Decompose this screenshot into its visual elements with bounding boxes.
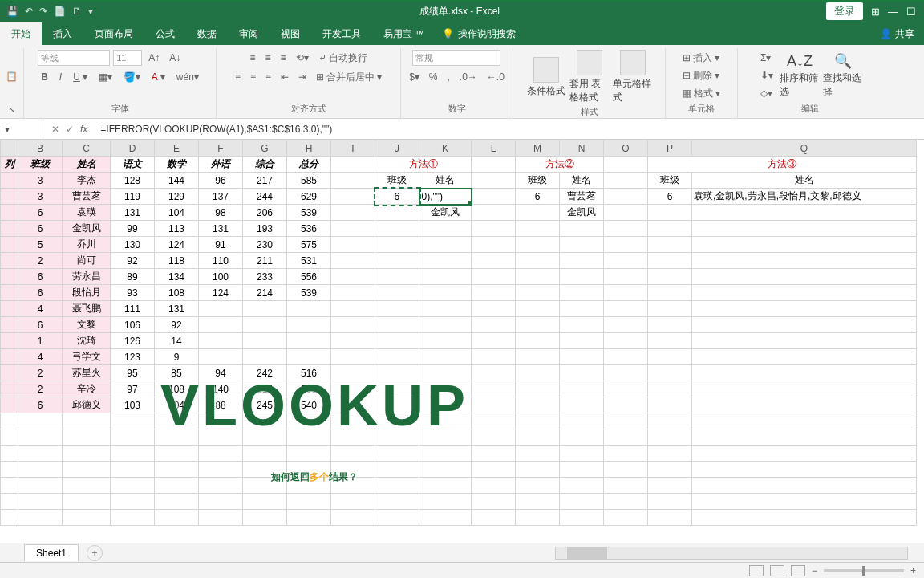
touch-icon[interactable]: 📄 (54, 6, 66, 17)
print-icon[interactable]: 🗋 (72, 6, 82, 17)
dec-decimal-icon[interactable]: ←.0 (484, 69, 508, 85)
normal-view-icon[interactable] (749, 565, 764, 576)
increase-font-icon[interactable]: A↑ (145, 50, 163, 66)
alignment-group-label: 对齐方式 (291, 101, 326, 116)
merge-button[interactable]: ⊞ 合并后居中▾ (313, 69, 385, 85)
tell-me-label: 操作说明搜索 (458, 27, 516, 41)
wrap-text-button[interactable]: ⤶ 自动换行 (315, 50, 371, 66)
overlay-text: VLOOKUP 如何返回多个结果？ (160, 372, 468, 490)
paste-icon[interactable]: 📋 (2, 68, 21, 84)
maximize-icon[interactable]: ☐ (906, 6, 916, 18)
tell-me[interactable]: 💡 操作说明搜索 (442, 27, 516, 41)
bold-icon[interactable]: B (38, 69, 51, 85)
indent-inc-icon[interactable]: ⇥ (295, 69, 310, 85)
font-color-icon[interactable]: A▾ (148, 69, 168, 85)
insert-cells-button[interactable]: ⊞ 插入 ▾ (679, 50, 723, 66)
ribbon-tabs: 开始 插入 页面布局 公式 数据 审阅 视图 开发工具 易用宝 ™ 💡 操作说明… (0, 22, 924, 45)
align-top-icon[interactable]: ≡ (246, 50, 258, 66)
qat-dropdown-icon[interactable]: ▾ (88, 6, 93, 17)
new-sheet-button[interactable]: + (87, 545, 103, 561)
number-format-combo[interactable]: 常规 (412, 50, 500, 66)
border-icon[interactable]: ▦▾ (95, 69, 116, 85)
enter-icon[interactable]: ✓ (66, 124, 74, 135)
undo-icon[interactable]: ↶ (25, 6, 33, 17)
decrease-font-icon[interactable]: A↓ (166, 50, 184, 66)
name-box[interactable]: ▾ (0, 119, 43, 139)
editing-group: Σ▾ ⬇▾ ◇▾ A↓Z排序和筛选 🔍查找和选择 编辑 (738, 48, 882, 118)
cells-group: ⊞ 插入 ▾ ⊟ 删除 ▾ ▦ 格式 ▾ 单元格 (666, 48, 738, 118)
conditional-format-button[interactable]: 条件格式 (526, 57, 566, 98)
styles-group-label: 样式 (581, 104, 598, 120)
phonetic-icon[interactable]: wén▾ (173, 69, 202, 85)
overlay-line1: VLOOKUP (160, 372, 468, 438)
font-group-label: 字体 (111, 101, 129, 116)
sort-filter-button[interactable]: A↓Z排序和筛选 (780, 53, 820, 99)
cell-styles-button[interactable]: 单元格样式 (613, 50, 653, 104)
underline-icon[interactable]: U▾ (70, 69, 91, 85)
save-icon[interactable]: 💾 (6, 6, 18, 17)
tab-view[interactable]: 视图 (270, 22, 311, 46)
tab-formulas[interactable]: 公式 (144, 22, 186, 46)
horizontal-scrollbar[interactable] (555, 547, 908, 560)
font-size-combo[interactable]: 11 (113, 50, 142, 66)
font-name-combo[interactable]: 等线 (38, 50, 110, 66)
ribbon: 📋 ↘ 等线 11 A↑ A↓ B I U▾ ▦▾ 🪣▾ A▾ wén▾ 字体 (0, 45, 924, 119)
page-layout-view-icon[interactable] (770, 565, 784, 576)
editing-group-label: 编辑 (801, 101, 819, 116)
status-bar: − + (0, 562, 924, 578)
font-group: 等线 11 A↑ A↓ B I U▾ ▦▾ 🪣▾ A▾ wén▾ 字体 (24, 48, 217, 118)
format-cells-button[interactable]: ▦ 格式 ▾ (679, 85, 723, 101)
clear-icon[interactable]: ◇▾ (757, 85, 776, 101)
comma-icon[interactable]: , (444, 69, 452, 85)
tab-dev[interactable]: 开发工具 (311, 22, 372, 46)
tab-home[interactable]: 开始 (0, 22, 42, 46)
orientation-icon[interactable]: ⟲▾ (293, 50, 312, 66)
tab-addon[interactable]: 易用宝 ™ (372, 22, 436, 46)
login-button[interactable]: 登录 (826, 2, 863, 20)
find-select-button[interactable]: 🔍查找和选择 (823, 52, 863, 99)
autosum-icon[interactable]: Σ▾ (757, 50, 776, 66)
worksheet[interactable]: BCDEFGHIJKLMNOPQ列班级姓名语文数学外语综合总分方法①方法②方法③… (0, 140, 924, 533)
align-center-icon[interactable]: ≡ (247, 69, 259, 85)
zoom-out-icon[interactable]: − (812, 565, 817, 576)
clipboard-group: 📋 ↘ (0, 48, 24, 118)
share-button[interactable]: 👤 共享 (880, 27, 924, 41)
quick-access-toolbar: 💾 ↶ ↷ 📄 🗋 ▾ (0, 6, 93, 17)
fx-icon[interactable]: fx (80, 124, 87, 135)
overlay-line2: 如何返回多个结果？ (160, 438, 468, 490)
align-mid-icon[interactable]: ≡ (261, 50, 274, 66)
page-break-view-icon[interactable] (791, 565, 805, 576)
indent-dec-icon[interactable]: ⇤ (278, 69, 292, 85)
formula-input[interactable]: =IFERROR(VLOOKUP(ROW(A1),$A$1:$C$16,3,0)… (95, 124, 924, 135)
styles-group: 条件格式 套用 表格格式 单元格样式 样式 (513, 48, 666, 118)
number-group-label: 数字 (448, 101, 466, 116)
align-bot-icon[interactable]: ≡ (278, 50, 290, 66)
zoom-in-icon[interactable]: + (910, 565, 916, 576)
align-right-icon[interactable]: ≡ (262, 69, 274, 85)
tab-insert[interactable]: 插入 (42, 22, 83, 46)
sheet-tab[interactable]: Sheet1 (24, 544, 79, 561)
delete-cells-button[interactable]: ⊟ 删除 ▾ (679, 67, 723, 83)
align-left-icon[interactable]: ≡ (232, 69, 244, 85)
tab-review[interactable]: 审阅 (228, 22, 270, 46)
tab-layout[interactable]: 页面布局 (83, 22, 144, 46)
fill-color-icon[interactable]: 🪣▾ (120, 69, 144, 85)
minimize-icon[interactable]: — (888, 6, 898, 18)
share-label: 共享 (895, 27, 914, 41)
window-buttons: 登录 ⊞ — ☐ (826, 2, 924, 20)
currency-icon[interactable]: $▾ (406, 69, 423, 85)
fill-icon[interactable]: ⬇▾ (757, 67, 776, 83)
redo-icon[interactable]: ↷ (39, 6, 47, 17)
zoom-slider[interactable] (824, 569, 904, 572)
italic-icon[interactable]: I (56, 69, 65, 85)
percent-icon[interactable]: % (426, 69, 441, 85)
format-table-button[interactable]: 套用 表格格式 (569, 50, 610, 104)
ribbon-display-icon[interactable]: ⊞ (871, 6, 880, 18)
cancel-icon[interactable]: ✕ (51, 124, 59, 135)
window-title: 成绩单.xlsx - Excel (93, 5, 826, 18)
tab-data[interactable]: 数据 (186, 22, 228, 46)
bulb-icon: 💡 (442, 28, 454, 39)
inc-decimal-icon[interactable]: .0→ (456, 69, 480, 85)
number-group: 常规 $▾ % , .0→ ←.0 数字 (401, 48, 513, 118)
formula-bar: ▾ ✕ ✓ fx =IFERROR(VLOOKUP(ROW(A1),$A$1:$… (0, 119, 924, 140)
